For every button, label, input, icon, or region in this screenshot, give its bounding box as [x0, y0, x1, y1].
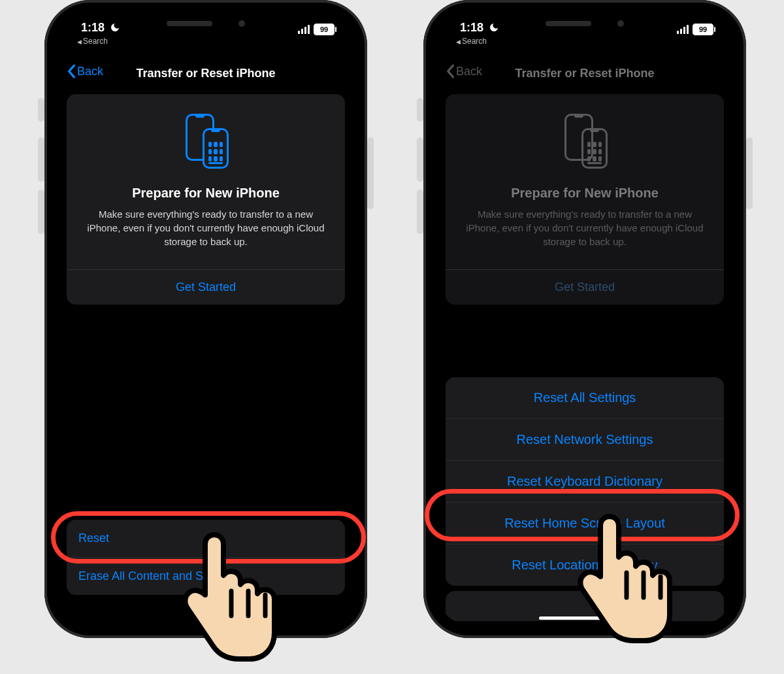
- phone-left: 1:18 Search 99 Back Transfer or Reset iP…: [39, 0, 372, 638]
- front-camera: [238, 20, 245, 27]
- reset-action-sheet: Reset All Settings Reset Network Setting…: [446, 377, 724, 586]
- clock: 1:18: [460, 21, 483, 35]
- volume-up-button[interactable]: [417, 137, 423, 182]
- volume-down-button[interactable]: [417, 190, 423, 234]
- get-started-button: Get Started: [446, 270, 724, 305]
- power-button[interactable]: [746, 137, 753, 209]
- back-label: Back: [77, 65, 103, 78]
- two-iphones-icon: [562, 114, 608, 170]
- prepare-description: Make sure everything's ready to transfer…: [82, 207, 329, 248]
- prepare-card: Prepare for New iPhone Make sure everyth…: [67, 94, 345, 305]
- home-indicator[interactable]: [539, 616, 630, 620]
- reset-location-privacy[interactable]: Reset Location & Privacy: [446, 544, 724, 586]
- content-area: Prepare for New iPhone Make sure everyth…: [436, 94, 733, 625]
- reset-keyboard-dictionary[interactable]: Reset Keyboard Dictionary: [446, 460, 724, 502]
- back-button: Back: [446, 64, 482, 78]
- battery-icon: 99: [314, 24, 335, 35]
- get-started-button[interactable]: Get Started: [67, 270, 345, 305]
- screen: 1:18 Search 99 Back Transfer or Reset iP…: [57, 13, 354, 625]
- speaker-grill: [167, 21, 212, 26]
- return-to-app[interactable]: Search: [77, 37, 108, 46]
- volume-up-button[interactable]: [38, 137, 44, 182]
- screen: 1:18 Search 99 Back Transfer or Reset iP…: [436, 13, 733, 625]
- silence-switch[interactable]: [38, 98, 44, 122]
- device-frame: 1:18 Search 99 Back Transfer or Reset iP…: [423, 0, 746, 638]
- prepare-heading: Prepare for New iPhone: [82, 186, 329, 201]
- battery-icon: 99: [693, 24, 713, 35]
- notch: [140, 13, 271, 34]
- dnd-moon-icon: [489, 22, 499, 35]
- back-button[interactable]: Back: [67, 64, 103, 78]
- prepare-heading: Prepare for New iPhone: [461, 186, 708, 201]
- two-iphones-icon: [183, 114, 229, 170]
- prepare-card: Prepare for New iPhone Make sure everyth…: [446, 94, 724, 305]
- cell-signal-icon: [677, 25, 689, 34]
- speaker-grill: [546, 21, 591, 26]
- cell-signal-icon: [298, 25, 310, 34]
- return-to-app[interactable]: Search: [456, 37, 487, 46]
- reset-network-settings[interactable]: Reset Network Settings: [446, 418, 724, 460]
- volume-down-button[interactable]: [38, 190, 44, 234]
- back-label: Back: [456, 65, 482, 78]
- reset-group: Reset Erase All Content and Settings: [67, 520, 345, 595]
- content-area: Prepare for New iPhone Make sure everyth…: [57, 94, 354, 625]
- dnd-moon-icon: [110, 22, 120, 35]
- front-camera: [617, 20, 624, 27]
- prepare-description: Make sure everything's ready to transfer…: [461, 207, 708, 248]
- reset-row[interactable]: Reset: [67, 520, 345, 557]
- erase-all-row[interactable]: Erase All Content and Settings: [67, 557, 345, 595]
- phone-right: 1:18 Search 99 Back Transfer or Reset iP…: [418, 0, 751, 638]
- reset-all-settings[interactable]: Reset All Settings: [446, 377, 724, 418]
- power-button[interactable]: [367, 137, 374, 209]
- notch: [519, 13, 650, 34]
- silence-switch[interactable]: [417, 98, 423, 122]
- device-frame: 1:18 Search 99 Back Transfer or Reset iP…: [44, 0, 367, 638]
- nav-bar: Back Transfer or Reset iPhone: [57, 55, 354, 92]
- reset-home-screen-layout[interactable]: Reset Home Screen Layout: [446, 502, 724, 544]
- nav-bar: Back Transfer or Reset iPhone: [436, 55, 733, 92]
- clock: 1:18: [81, 21, 105, 35]
